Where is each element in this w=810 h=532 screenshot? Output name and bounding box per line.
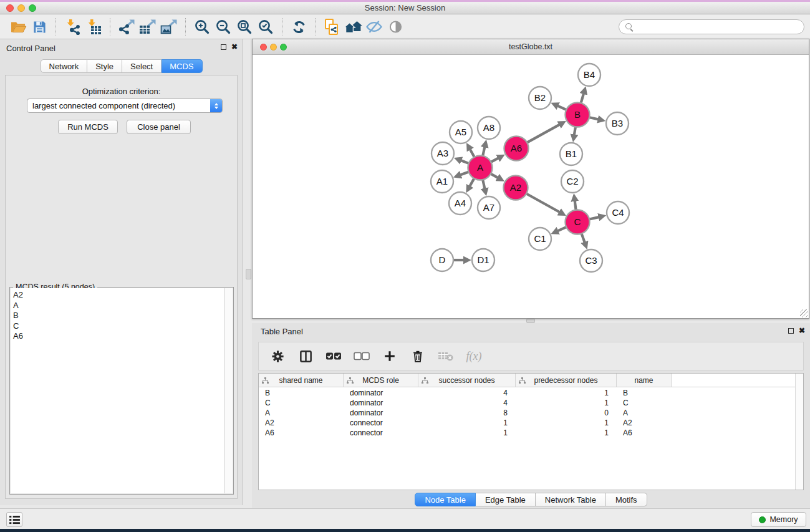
- home-button[interactable]: [342, 17, 364, 37]
- search-input[interactable]: [634, 21, 804, 33]
- table-row[interactable]: A2connector11A2: [259, 418, 795, 428]
- graph-edge-A-A4[interactable]: [470, 178, 475, 186]
- graph-edge-A-A5[interactable]: [470, 150, 475, 158]
- create-column-button[interactable]: [381, 347, 398, 365]
- minimize-window-button[interactable]: [17, 4, 25, 12]
- graph-node-C4[interactable]: C4: [607, 201, 629, 224]
- table-scrollbar[interactable]: [795, 374, 803, 490]
- table-row[interactable]: Cdominator41C: [259, 398, 795, 408]
- tab-mcds[interactable]: MCDS: [162, 59, 202, 73]
- graph-node-A1[interactable]: A1: [431, 170, 453, 193]
- mcds-result-item[interactable]: C: [13, 321, 224, 332]
- graph-edge-A2-C[interactable]: [526, 193, 559, 212]
- graph-node-B3[interactable]: B3: [606, 112, 629, 135]
- memory-button[interactable]: Memory: [751, 512, 806, 527]
- mcds-result-item[interactable]: A: [13, 301, 224, 311]
- graph-node-D1[interactable]: D1: [472, 249, 494, 271]
- mcds-result-item[interactable]: A2: [13, 290, 224, 301]
- hide-all-columns-button[interactable]: [353, 347, 370, 365]
- graph-edge-B-B2[interactable]: [558, 106, 567, 110]
- graph-node-A7[interactable]: A7: [478, 196, 500, 219]
- column-header[interactable]: name: [617, 374, 672, 387]
- show-all-columns-button[interactable]: [325, 347, 342, 365]
- resize-handle[interactable]: [800, 309, 808, 317]
- column-header[interactable]: predecessor nodes: [516, 374, 617, 387]
- graph-edge-A-A7[interactable]: [483, 179, 485, 188]
- graph-edge-C-C2[interactable]: [575, 201, 576, 210]
- graph-node-A2[interactable]: A2: [504, 176, 528, 200]
- graph-node-A6[interactable]: A6: [504, 137, 529, 161]
- table-row[interactable]: Bdominator41B: [259, 388, 795, 398]
- table-row[interactable]: Adominator80A: [259, 408, 795, 418]
- delete-column-button[interactable]: [409, 347, 427, 365]
- column-header[interactable]: successor nodes: [418, 374, 516, 387]
- graph-edge-B-B4[interactable]: [581, 94, 584, 104]
- search-box[interactable]: [619, 19, 804, 34]
- split-panel-button[interactable]: [297, 347, 314, 365]
- network-minimize-button[interactable]: [270, 44, 277, 51]
- table-row[interactable]: A6connector11A6: [259, 428, 795, 438]
- tab-network-table[interactable]: Network Table: [536, 493, 606, 506]
- mcds-result-item[interactable]: B: [13, 311, 224, 321]
- run-mcds-button[interactable]: Run MCDS: [58, 120, 118, 134]
- zoom-selected-button[interactable]: [255, 17, 276, 37]
- criterion-dropdown[interactable]: largest connected component (directed): [27, 99, 223, 113]
- tab-style[interactable]: Style: [87, 59, 122, 73]
- show-details-button[interactable]: [385, 17, 406, 37]
- tab-select[interactable]: Select: [122, 59, 162, 73]
- function-builder-button[interactable]: f(x): [465, 347, 483, 365]
- show-panels-button[interactable]: [6, 512, 22, 527]
- delete-table-button[interactable]: [437, 347, 455, 365]
- graph-node-C1[interactable]: C1: [529, 228, 551, 250]
- mcds-result-item[interactable]: A6: [13, 331, 224, 342]
- vertical-divider-grip[interactable]: [246, 269, 251, 279]
- float-table-panel-button[interactable]: [788, 328, 794, 334]
- maximize-window-button[interactable]: [29, 4, 36, 12]
- refresh-layout-button[interactable]: [288, 17, 309, 37]
- clone-network-button[interactable]: [321, 17, 342, 37]
- float-panel-button[interactable]: [221, 44, 226, 50]
- graph-node-A4[interactable]: A4: [449, 192, 471, 215]
- tab-motifs[interactable]: Motifs: [606, 493, 647, 506]
- graph-node-B4[interactable]: B4: [578, 64, 600, 86]
- export-image-button[interactable]: [158, 17, 180, 37]
- close-panel-button-mcds[interactable]: Close panel: [127, 120, 191, 134]
- result-scrollbar[interactable]: [224, 288, 233, 493]
- graph-node-B1[interactable]: B1: [560, 143, 582, 165]
- zoom-fit-button[interactable]: [234, 17, 255, 37]
- column-header[interactable]: shared name: [259, 374, 344, 387]
- graph-node-A[interactable]: A: [468, 156, 493, 180]
- graph-node-C2[interactable]: C2: [561, 170, 584, 193]
- network-graph[interactable]: AA1A2A3A4A5A6A7A8BB1B2B3B4CC1C2C3C4DD1: [253, 55, 809, 318]
- graph-node-B[interactable]: B: [566, 103, 590, 127]
- export-table-button[interactable]: [137, 17, 158, 37]
- graph-node-A8[interactable]: A8: [478, 117, 500, 139]
- graph-node-C[interactable]: C: [566, 210, 590, 235]
- open-session-button[interactable]: [7, 17, 29, 37]
- table-settings-button[interactable]: [269, 347, 286, 365]
- import-network-button[interactable]: [62, 17, 83, 37]
- graph-edge-A6-B[interactable]: [526, 125, 559, 143]
- graph-edge-C-C4[interactable]: [589, 217, 599, 220]
- close-panel-button[interactable]: ✖: [231, 44, 238, 51]
- export-network-button[interactable]: [116, 17, 137, 37]
- graph-node-C3[interactable]: C3: [580, 249, 602, 272]
- zoom-out-button[interactable]: [213, 17, 234, 37]
- network-maximize-button[interactable]: [280, 44, 287, 51]
- tab-network[interactable]: Network: [40, 59, 87, 73]
- hide-details-button[interactable]: [364, 17, 385, 37]
- network-canvas[interactable]: AA1A2A3A4A5A6A7A8BB1B2B3B4CC1C2C3C4DD1: [253, 55, 809, 318]
- close-window-button[interactable]: [6, 4, 14, 12]
- graph-node-D[interactable]: D: [431, 249, 453, 271]
- graph-node-B2[interactable]: B2: [529, 87, 551, 109]
- graph-edge-C-C1[interactable]: [558, 227, 567, 231]
- network-close-button[interactable]: [260, 44, 267, 51]
- graph-edge-B-B3[interactable]: [589, 117, 598, 119]
- import-table-button[interactable]: [83, 17, 104, 37]
- graph-node-A5[interactable]: A5: [450, 121, 472, 143]
- save-session-button[interactable]: [29, 17, 50, 37]
- column-header[interactable]: MCDS role: [344, 374, 418, 387]
- graph-edge-A-A8[interactable]: [483, 147, 485, 157]
- graph-edge-C-C3[interactable]: [581, 233, 584, 242]
- zoom-in-button[interactable]: [191, 17, 213, 37]
